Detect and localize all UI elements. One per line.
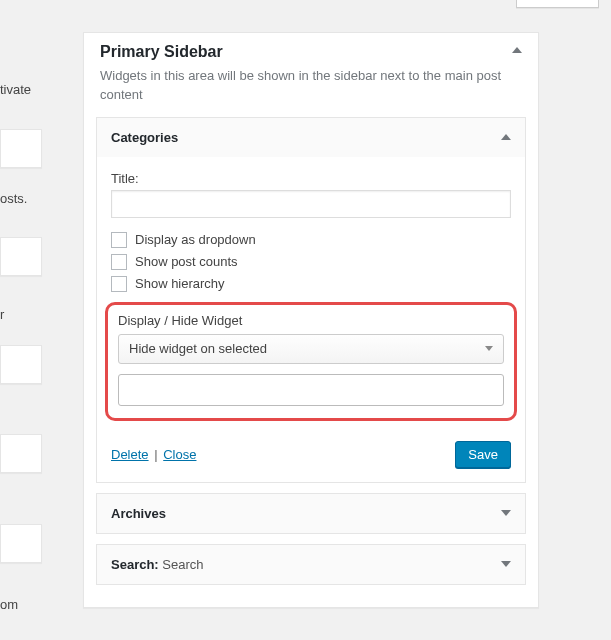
sidebar-title: Primary Sidebar — [100, 43, 522, 61]
chevron-down-icon — [501, 561, 511, 567]
primary-sidebar-panel: Primary Sidebar Widgets in this area wil… — [83, 32, 539, 608]
checkbox-counts-row[interactable]: Show post counts — [111, 254, 511, 270]
chevron-up-icon — [501, 134, 511, 140]
widget-categories: Categories Title: Display as dropdown Sh… — [96, 117, 526, 483]
widget-archives-header[interactable]: Archives — [97, 494, 525, 533]
display-hide-select-value: Hide widget on selected — [129, 341, 267, 356]
sidebar-description: Widgets in this area will be shown in th… — [100, 67, 522, 115]
checkbox-counts-label: Show post counts — [135, 254, 238, 269]
widget-action-links: Delete | Close — [111, 447, 196, 462]
widget-archives: Archives — [96, 493, 526, 534]
save-button[interactable]: Save — [455, 441, 511, 468]
checkbox-dropdown-label: Display as dropdown — [135, 232, 256, 247]
widget-categories-header[interactable]: Categories — [97, 118, 525, 157]
widget-search-title-prefix: Search: — [111, 557, 159, 572]
fragment-label-activate: tivate — [0, 82, 31, 97]
display-hide-highlight: Display / Hide Widget Hide widget on sel… — [105, 302, 517, 421]
chevron-down-icon — [485, 346, 493, 351]
widget-archives-title: Archives — [111, 506, 166, 521]
fragment-box-3 — [0, 345, 42, 384]
widget-search: Search: Search — [96, 544, 526, 585]
display-hide-label: Display / Hide Widget — [118, 313, 504, 328]
widget-categories-footer: Delete | Close Save — [97, 441, 525, 482]
fragment-box-1 — [0, 129, 42, 168]
widget-list: Categories Title: Display as dropdown Sh… — [84, 117, 538, 607]
collapse-icon[interactable] — [512, 47, 522, 53]
fragment-box-4 — [0, 434, 42, 473]
top-right-fragment — [516, 0, 599, 8]
fragment-box-2 — [0, 237, 42, 276]
display-hide-select[interactable]: Hide widget on selected — [118, 334, 504, 364]
close-link[interactable]: Close — [163, 447, 196, 462]
chevron-down-icon — [501, 510, 511, 516]
widget-search-header[interactable]: Search: Search — [97, 545, 525, 584]
widget-categories-body: Title: Display as dropdown Show post cou… — [97, 157, 525, 441]
title-label: Title: — [111, 171, 511, 186]
fragment-label-r: r — [0, 307, 4, 322]
fragment-label-om: om — [0, 597, 18, 612]
widget-search-title-value: Search — [162, 557, 203, 572]
checkbox-hierarchy[interactable] — [111, 276, 127, 292]
fragment-label-posts: osts. — [0, 191, 27, 206]
widget-categories-title: Categories — [111, 130, 178, 145]
checkbox-counts[interactable] — [111, 254, 127, 270]
fragment-box-5 — [0, 524, 42, 563]
delete-link[interactable]: Delete — [111, 447, 149, 462]
link-separator: | — [152, 447, 159, 462]
checkbox-dropdown-row[interactable]: Display as dropdown — [111, 232, 511, 248]
title-input[interactable] — [111, 190, 511, 218]
checkbox-dropdown[interactable] — [111, 232, 127, 248]
checkbox-hierarchy-label: Show hierarchy — [135, 276, 225, 291]
widget-search-title: Search: Search — [111, 557, 204, 572]
sidebar-header[interactable]: Primary Sidebar Widgets in this area wil… — [84, 33, 538, 117]
checkbox-hierarchy-row[interactable]: Show hierarchy — [111, 276, 511, 292]
display-hide-multiselect[interactable] — [118, 374, 504, 406]
